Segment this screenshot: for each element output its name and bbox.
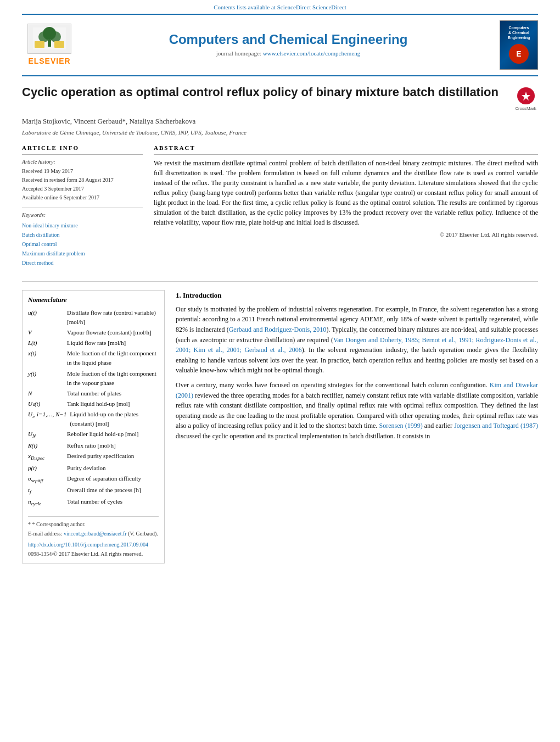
email-label: E-mail address: xyxy=(28,531,62,537)
article-info-column: ARTICLE INFO Article history: Received 1… xyxy=(22,144,143,273)
nomen-entry-1: V Vapour flowrate (constant) [mol/h] xyxy=(28,328,159,337)
ref-van-dongen[interactable]: Van Dongen and Doherty, 1985; Bernot et … xyxy=(176,336,538,354)
article-info-abstract: ARTICLE INFO Article history: Received 1… xyxy=(22,144,538,273)
sciencedirect-label: Contents lists available at xyxy=(214,4,276,10)
svg-point-4 xyxy=(50,31,61,42)
info-divider xyxy=(22,208,143,208)
nomen-symbol-3: x(t) xyxy=(28,349,64,367)
article-title: Cyclic operation as optimal control refl… xyxy=(22,85,502,101)
nomen-symbol-12: σsepäff xyxy=(28,474,64,484)
corresponding-label: * Corresponding author. xyxy=(32,521,86,527)
intro-paragraph-1: Our study is motivated by the problem of… xyxy=(176,304,538,376)
nomen-entry-5: N Total number of plates xyxy=(28,389,159,398)
nomen-symbol-1: V xyxy=(28,328,64,337)
journal-title-center: Computers and Chemical Engineering journ… xyxy=(77,32,500,59)
history-label: Article history: xyxy=(22,158,143,166)
affiliation: Laboratoire de Génie Chimique, Universit… xyxy=(22,129,538,137)
nomen-symbol-8: UN xyxy=(28,429,64,440)
nomen-entry-3: x(t) Mole fraction of the light componen… xyxy=(28,349,159,367)
ref-sorensen[interactable]: Sorensen (1999) xyxy=(379,422,423,429)
authors: Marija Stojkovic, Vincent Gerbaud*, Nata… xyxy=(22,116,538,127)
elsevier-logo: ELSEVIER xyxy=(22,24,77,66)
keyword-5[interactable]: Direct method xyxy=(22,258,143,267)
svg-rect-5 xyxy=(35,41,44,48)
nomen-symbol-10: xD,spec xyxy=(28,451,64,462)
nomen-entry-10: xD,spec Desired purity specification xyxy=(28,451,159,462)
nomen-desc-11: Purity deviation xyxy=(67,464,159,473)
nomen-entry-0: u(t) Distillate flow rate (control varia… xyxy=(28,308,159,327)
body-divider xyxy=(22,281,538,282)
nomen-symbol-9: R(t) xyxy=(28,441,64,450)
nomen-desc-6: Tank liquid hold-up [mol] xyxy=(67,399,159,409)
issn-line: 0098-1354/© 2017 Elsevier Ltd. All right… xyxy=(28,550,159,559)
ref-jorgensen[interactable]: Jorgensen and Toftegard (1987) xyxy=(454,422,538,429)
authors-text: Marija Stojkovic, Vincent Gerbaud*, Nata… xyxy=(22,117,195,125)
nomen-desc-0: Distillate flow rate (control variable) … xyxy=(67,308,159,327)
nomen-entry-4: y(t) Mole fraction of the light componen… xyxy=(28,369,159,388)
intro-paragraph-2: Over a century, many works have focused … xyxy=(176,380,538,442)
sciencedirect-link-text[interactable]: ScienceDirect xyxy=(312,4,346,10)
homepage-label: journal homepage: xyxy=(216,50,261,57)
footer-notes: * * Corresponding author. E-mail address… xyxy=(28,516,159,559)
nomen-desc-7: Liquid hold-up on the plates (constant) … xyxy=(70,410,159,428)
email-suffix: (V. Gerbaud). xyxy=(128,531,158,537)
nomen-entry-2: L(t) Liquid flow rate [mol/h] xyxy=(28,338,159,348)
nomen-symbol-5: N xyxy=(28,389,64,398)
elsevier-brand-text: ELSEVIER xyxy=(28,55,70,66)
article-info-heading: ARTICLE INFO xyxy=(22,144,143,155)
nomen-entry-9: R(t) Reflux ratio [mol/h] xyxy=(28,441,159,450)
abstract-column: ABSTRACT We revisit the maximum distilla… xyxy=(154,144,538,273)
svg-text:E: E xyxy=(516,49,521,58)
nomen-symbol-7: Ui, i=1,…, N−1 xyxy=(28,410,66,428)
nomen-desc-13: Overall time of the process [h] xyxy=(67,486,159,496)
ref-kim-diwekar[interactable]: Kim and Diwekar (2001) xyxy=(176,381,538,399)
crossmark-circle xyxy=(517,87,535,104)
nomen-entry-11: p(t) Purity deviation xyxy=(28,464,159,473)
history-group: Article history: Received 19 May 2017 Re… xyxy=(22,158,143,203)
nomen-desc-5: Total number of plates xyxy=(67,389,159,398)
nomen-entry-14: ncycle Total number of cycles xyxy=(28,497,159,507)
journal-header: ELSEVIER Computers and Chemical Engineer… xyxy=(0,15,560,75)
crossmark[interactable]: CrossMark xyxy=(513,87,538,112)
keyword-4[interactable]: Maximum distillate problem xyxy=(22,249,143,258)
keyword-2[interactable]: Batch distillation xyxy=(22,230,143,239)
nomen-symbol-0: u(t) xyxy=(28,308,64,327)
crossmark-label: CrossMark xyxy=(515,105,536,112)
bottom-header-divider xyxy=(22,75,538,76)
sciencedirect-link[interactable]: ScienceDirect xyxy=(277,4,311,10)
email-link[interactable]: vincent.gerbaud@ensiacet.fr xyxy=(64,531,127,537)
doi-link[interactable]: http://dx.doi.org/10.1016/j.compchemeng.… xyxy=(28,542,148,548)
journal-name: Computers and Chemical Engineering xyxy=(77,32,500,48)
available-date: Available online 6 September 2017 xyxy=(22,193,143,202)
accepted-date: Accepted 3 September 2017 xyxy=(22,185,143,193)
abstract-text: We revisit the maximum distillate optima… xyxy=(154,158,538,227)
nomen-symbol-4: y(t) xyxy=(28,369,64,388)
received-date: Received 19 May 2017 xyxy=(22,167,143,176)
nomen-desc-3: Mole fraction of the light component in … xyxy=(67,349,159,367)
email-line: E-mail address: vincent.gerbaud@ensiacet… xyxy=(28,529,159,538)
doi-line: http://dx.doi.org/10.1016/j.compchemeng.… xyxy=(28,540,159,549)
nomen-entry-6: U₀(t) Tank liquid hold-up [mol] xyxy=(28,399,159,409)
elsevier-logo-img xyxy=(27,24,71,54)
keyword-1[interactable]: Non-ideal binary mixture xyxy=(22,221,143,230)
nomen-desc-2: Liquid flow rate [mol/h] xyxy=(67,338,159,348)
nomen-symbol-2: L(t) xyxy=(28,338,64,348)
nomen-desc-4: Mole fraction of the light component in … xyxy=(67,369,159,388)
body-columns: Nomenclature u(t) Distillate flow rate (… xyxy=(22,290,538,564)
nomen-symbol-13: tf xyxy=(28,486,64,496)
keywords-list: Non-ideal binary mixture Batch distillat… xyxy=(22,221,143,267)
nomen-desc-14: Total number of cycles xyxy=(67,497,159,507)
corresponding-author-note: * * Corresponding author. xyxy=(28,520,159,529)
nomen-desc-1: Vapour flowrate (constant) [mol/h] xyxy=(67,328,159,337)
keyword-3[interactable]: Optimal control xyxy=(22,239,143,249)
and-connector: and xyxy=(424,422,434,429)
article-header: Cyclic operation as optimal control refl… xyxy=(22,85,538,112)
homepage-link[interactable]: www.elsevier.com/locate/compchemeng xyxy=(263,50,361,57)
nomenclature-title: Nomenclature xyxy=(28,295,159,305)
keywords-group: Keywords: Non-ideal binary mixture Batch… xyxy=(22,211,143,267)
introduction-section: 1. Introduction Our study is motivated b… xyxy=(176,290,538,564)
history-dates: Received 19 May 2017 Received in revised… xyxy=(22,167,143,202)
nomen-desc-8: Reboiler liquid hold-up [mol] xyxy=(67,429,159,440)
nomen-desc-12: Degree of separation difficulty xyxy=(67,474,159,484)
ref-gerbaud-2010[interactable]: Gerbaud and Rodriguez-Donis, 2010 xyxy=(229,326,327,333)
